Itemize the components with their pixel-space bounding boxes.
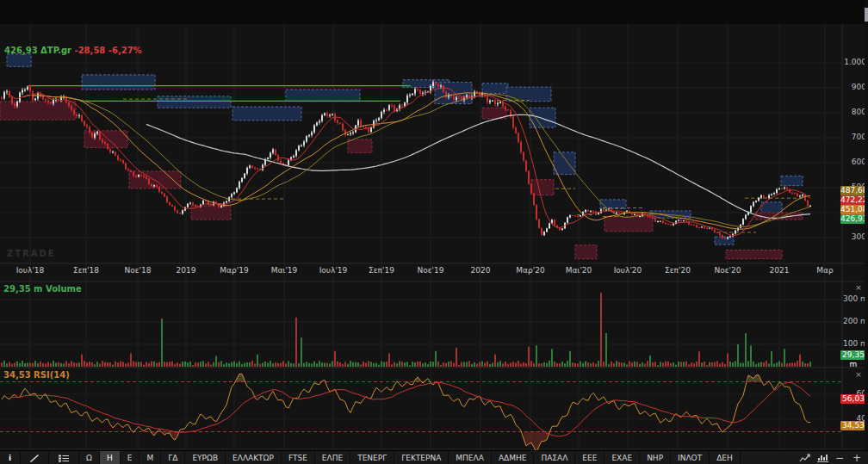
price-badge: 472,22 [840, 195, 866, 205]
toolbar-button-τενεργ[interactable]: ΤΕΝΕΡΓ [350, 451, 394, 464]
price-badge: 426,93 [840, 214, 866, 224]
volume-close-icon[interactable]: × [853, 283, 864, 292]
scrollbar-handle[interactable] [865, 8, 868, 22]
toolbar-button-γεκτερνα[interactable]: ΓΕΚΤΕΡΝΑ [394, 451, 449, 464]
volume-tick: 200 m [843, 317, 866, 325]
toolbar-spacer [741, 451, 797, 464]
symbol-name: ΔTP.gr [40, 46, 71, 55]
time-axis-label: Μαρ'19 [210, 266, 258, 275]
time-axis-label: Σεπ'18 [62, 266, 110, 275]
right-scrollbar[interactable] [865, 0, 868, 450]
time-axis-label: Ιουλ'19 [309, 266, 357, 275]
time-axis-label: Σεπ'19 [357, 266, 406, 275]
toolbar-button-ινλοτ[interactable]: ΙΝΛΟΤ [671, 451, 710, 464]
symbol-header: 426,93 ΔTP.gr -28,58 -6,27% [4, 46, 142, 55]
time-axis-label: 2021 [755, 266, 803, 275]
price-badge: 487,68 [840, 186, 866, 195]
toolbar-button-πασαλ[interactable]: ΠΑΣΑΛ [534, 451, 575, 464]
time-axis-label: Μαρ [801, 266, 849, 275]
time-axis-label: 2019 [162, 266, 210, 275]
time-axis-label: Μαι'19 [260, 266, 308, 275]
price-badge: 451,08 [840, 205, 866, 214]
toolbar-button-δεη[interactable]: ΔΕΗ [710, 451, 741, 464]
price-tick: 600 [843, 158, 866, 166]
toolbar-button-μπελα[interactable]: ΜΠΕΛΑ [449, 451, 492, 464]
volume-tick: 300 m [843, 294, 866, 303]
rsi-close-icon[interactable]: × [853, 370, 864, 379]
price-tick: 1.000 [843, 58, 866, 66]
watchlist-icon[interactable] [49, 451, 79, 464]
histogram-icon[interactable] [815, 452, 830, 464]
rsi-pane-series [0, 374, 842, 450]
trading-app-window: 426,93 ΔTP.gr -28,58 -6,27% ZTRADE 29,35… [0, 0, 868, 464]
bottom-toolbar: i ΩΗΕΜΓΔΕΥΡΩΒΕΛΛΑΚΤΩΡFTSEΕΛΠΕΤΕΝΕΡΓΓΕΚΤΕ… [0, 450, 868, 464]
time-axis-label: Σεπ'20 [654, 266, 702, 275]
toolbar-button-ε[interactable]: Ε [121, 451, 140, 464]
info-icon[interactable]: i [0, 451, 21, 464]
time-axis-label: Ιουλ'18 [6, 266, 54, 275]
ztrade-watermark: ZTRADE [7, 249, 56, 258]
time-axis-label: 2020 [456, 266, 505, 275]
toolbar-button-ω[interactable]: Ω [79, 451, 100, 464]
zone-boxes [0, 54, 803, 259]
toolbar-button-αδμηε[interactable]: ΑΔΜΗΕ [492, 451, 535, 464]
line-chart-icon[interactable] [797, 452, 813, 464]
volume-legend: 29,35 m Volume [3, 284, 82, 294]
time-axis-label: Νοε'20 [704, 266, 752, 275]
toolbar-button-εχαε[interactable]: ΕΧΑΕ [604, 451, 640, 464]
zoom-in-button[interactable]: + [849, 452, 865, 464]
time-axis-label: Νοε'18 [114, 266, 162, 275]
time-axis-label: Ιουλ'20 [604, 266, 652, 275]
time-axis-label: Μαι'20 [555, 266, 603, 275]
volume-series [1, 293, 811, 367]
toolbar-button-μ[interactable]: Μ [140, 451, 161, 464]
toolbar-button-ελλακτωρ[interactable]: ΕΛΛΑΚΤΩΡ [226, 451, 282, 464]
toolbar-button-εεε[interactable]: ΕΕΕ [575, 451, 604, 464]
price-change: -28,58 [75, 46, 106, 55]
toolbar-button-ευρωβ[interactable]: ΕΥΡΩΒ [185, 451, 226, 464]
last-price: 426,93 [4, 46, 38, 55]
price-change-pct: -6,27% [108, 46, 142, 55]
price-tick: 800 [843, 108, 866, 116]
volume-badge: 29,35 m [840, 350, 866, 360]
price-tick: 300 [843, 232, 866, 241]
toolbar-button-ftse[interactable]: FTSE [282, 451, 315, 464]
time-axis-label: Μαρ'20 [506, 266, 555, 275]
toolbar-button-γδ[interactable]: ΓΔ [161, 451, 185, 464]
time-axis-label: Νοε'19 [406, 266, 455, 275]
rsi-badge: 34,53 [840, 421, 866, 430]
toolbar-button-η[interactable]: Η [100, 451, 121, 464]
volume-tick: 100 m [843, 339, 866, 348]
trendline-icon[interactable] [21, 451, 49, 464]
rsi-legend: 34,53 RSI(14) [3, 370, 70, 380]
rsi-badge: 56,03 [840, 394, 866, 404]
price-tick: 700 [843, 133, 866, 141]
chart-canvas[interactable] [0, 0, 868, 450]
price-tick: 900 [843, 83, 866, 91]
toolbar-button-ελπε[interactable]: ΕΛΠΕ [315, 451, 350, 464]
zoom-out-button[interactable]: − [832, 452, 847, 464]
toolbar-button-νηρ[interactable]: ΝΗΡ [640, 451, 671, 464]
